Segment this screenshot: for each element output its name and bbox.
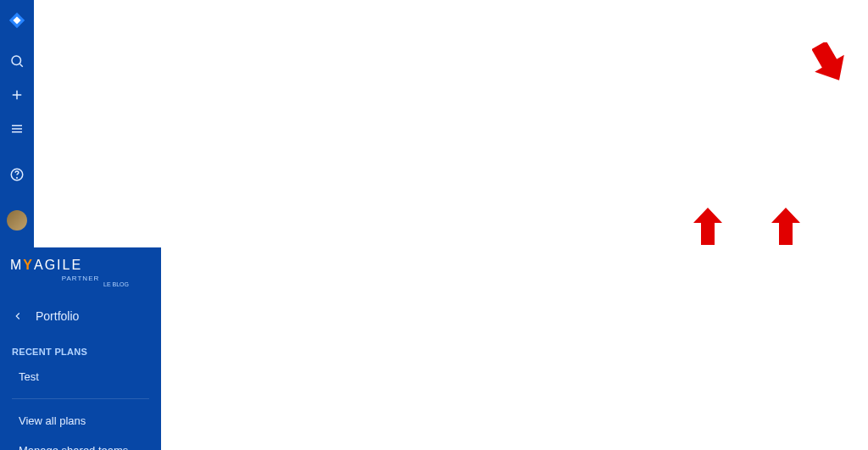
nav-back[interactable]: Portfolio	[0, 301, 161, 331]
sidebar-item-manage-teams[interactable]: Manage shared teams	[0, 436, 161, 450]
avatar[interactable]	[7, 210, 27, 231]
annotation-arrow	[812, 42, 846, 85]
brand-rest: AGILE	[34, 258, 82, 272]
brand-logo: MYAGILE PARTNER LE BLOG	[0, 254, 161, 301]
sidebar-item-view-all[interactable]: View all plans	[0, 406, 161, 436]
svg-point-8	[17, 177, 18, 178]
annotation-arrow	[693, 208, 722, 245]
menu-icon[interactable]	[7, 119, 27, 139]
svg-line-1	[19, 64, 22, 66]
search-icon[interactable]	[7, 51, 27, 71]
add-icon[interactable]	[7, 85, 27, 105]
sidebar: MYAGILE PARTNER LE BLOG Portfolio RECENT…	[0, 247, 161, 450]
jira-logo	[7, 10, 27, 31]
nav-back-label: Portfolio	[36, 309, 79, 323]
annotation-arrow	[771, 208, 800, 245]
svg-marker-16	[771, 208, 800, 245]
brand-mid: Y	[23, 258, 34, 272]
recent-plan-item[interactable]: Test	[0, 362, 161, 392]
svg-marker-15	[693, 208, 722, 245]
brand-prefix: M	[10, 258, 23, 272]
svg-marker-14	[812, 42, 846, 85]
brand-blog: LE BLOG	[10, 281, 151, 287]
svg-point-0	[12, 56, 21, 65]
recent-plans-header: RECENT PLANS	[0, 331, 161, 362]
help-icon[interactable]	[7, 164, 27, 185]
divider	[12, 398, 149, 399]
